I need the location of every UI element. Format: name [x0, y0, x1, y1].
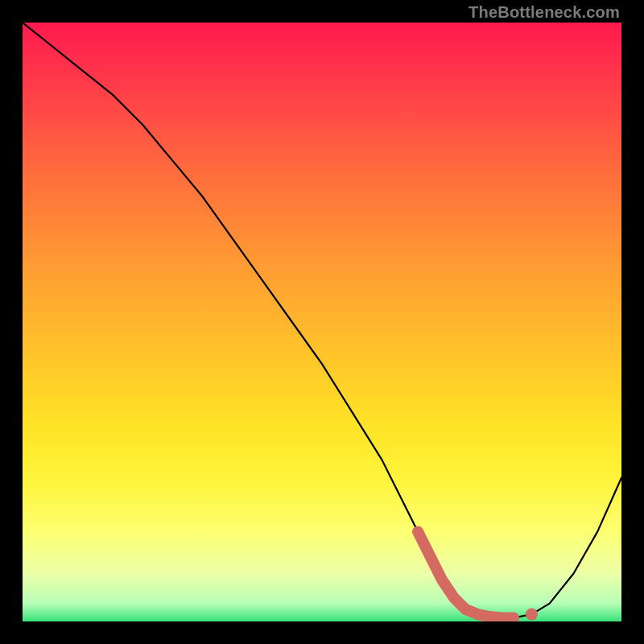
optimal-zone-end-dot	[526, 609, 538, 621]
optimal-zone-highlight	[418, 531, 514, 617]
chart-svg	[23, 23, 621, 621]
plot-area	[23, 23, 621, 621]
chart-container: TheBottleneck.com	[0, 0, 644, 644]
bottleneck-curve	[23, 23, 621, 618]
watermark-text: TheBottleneck.com	[469, 3, 620, 22]
